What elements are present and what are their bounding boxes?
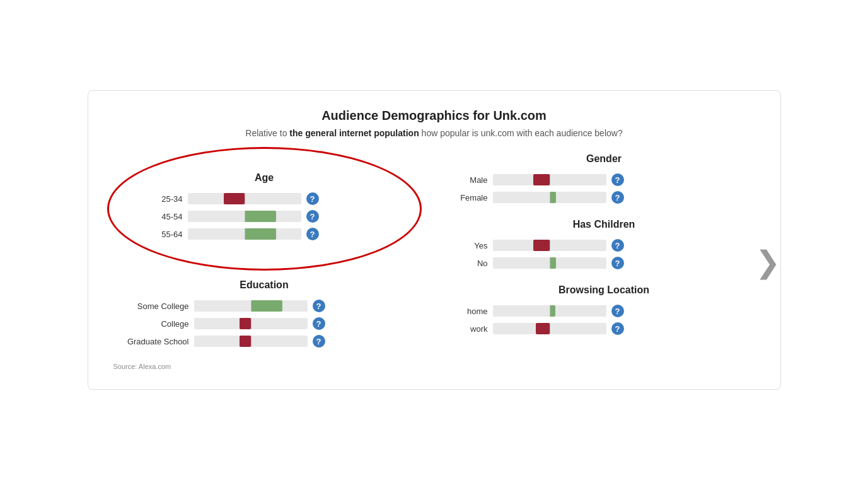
age-title: Age xyxy=(120,172,409,184)
browsing-help-work[interactable]: ? xyxy=(611,322,624,335)
gender-row-male: Male ? xyxy=(453,173,755,186)
subtitle-suffix: how popular is unk.com with each audienc… xyxy=(419,128,623,138)
edu-row-graduate: Graduate School ? xyxy=(113,335,415,348)
gender-bar-female xyxy=(493,192,606,203)
browsing-label-home: home xyxy=(453,307,488,316)
subtitle-bold: the general internet population xyxy=(289,128,419,138)
age-label-45-54: 45-54 xyxy=(120,212,183,221)
age-row-25-34: 25-34 ? xyxy=(120,192,409,205)
browsing-section: Browsing Location home ? work ? xyxy=(453,284,755,335)
age-bar-25-34 xyxy=(188,193,301,204)
edu-row-some-college: Some College ? xyxy=(113,300,415,312)
gender-label-female: Female xyxy=(453,193,488,202)
age-row-55-64: 55-64 ? xyxy=(120,228,409,240)
edu-row-college: College ? xyxy=(113,317,415,330)
children-help-yes[interactable]: ? xyxy=(611,239,624,252)
age-bar-45-54 xyxy=(188,211,301,222)
gender-label-male: Male xyxy=(453,175,488,185)
edu-help-college[interactable]: ? xyxy=(313,317,325,330)
education-title: Education xyxy=(113,279,415,291)
age-bar-55-64 xyxy=(188,228,301,240)
age-help-25-34[interactable]: ? xyxy=(306,192,319,205)
age-help-55-64[interactable]: ? xyxy=(306,228,319,240)
children-row-no: No ? xyxy=(453,257,755,269)
edu-bar-graduate xyxy=(194,336,308,347)
education-section: Education Some College ? College ? xyxy=(113,279,415,348)
gender-title: Gender xyxy=(453,153,755,165)
age-help-45-54[interactable]: ? xyxy=(306,210,319,223)
age-label-25-34: 25-34 xyxy=(120,194,183,204)
edu-help-graduate[interactable]: ? xyxy=(313,335,325,348)
age-section: Age 25-34 ? 45-54 ? xyxy=(113,153,415,264)
page-title: Audience Demographics for Unk.com xyxy=(113,108,755,123)
browsing-label-work: work xyxy=(453,324,488,334)
browsing-bar-home xyxy=(493,305,606,317)
children-bar-yes xyxy=(493,240,606,251)
age-label-55-64: 55-64 xyxy=(120,230,183,239)
edu-label-graduate: Graduate School xyxy=(113,337,189,346)
subtitle: Relative to the general internet populat… xyxy=(113,128,755,138)
source-text: Source: Alexa.com xyxy=(113,363,415,370)
subtitle-prefix: Relative to xyxy=(245,128,289,138)
left-column: Age 25-34 ? 45-54 ? xyxy=(113,153,422,370)
children-label-yes: Yes xyxy=(453,241,488,250)
browsing-row-work: work ? xyxy=(453,322,755,335)
edu-label-some-college: Some College xyxy=(113,301,189,311)
edu-help-some-college[interactable]: ? xyxy=(313,300,325,312)
gender-bar-male xyxy=(493,174,606,185)
main-card: Audience Demographics for Unk.com Relati… xyxy=(88,90,781,390)
gender-section: Gender Male ? Female ? xyxy=(453,153,755,204)
edu-label-college: College xyxy=(113,319,189,329)
browsing-row-home: home ? xyxy=(453,305,755,317)
browsing-bar-work xyxy=(493,323,606,334)
gender-help-female[interactable]: ? xyxy=(611,191,624,204)
children-section: Has Children Yes ? No ? xyxy=(453,219,755,269)
right-column: Gender Male ? Female ? H xyxy=(447,153,755,370)
browsing-help-home[interactable]: ? xyxy=(611,305,624,317)
children-row-yes: Yes ? xyxy=(453,239,755,252)
children-help-no[interactable]: ? xyxy=(611,257,624,269)
browsing-title: Browsing Location xyxy=(453,284,755,296)
age-oval xyxy=(107,147,422,271)
age-row-45-54: 45-54 ? xyxy=(120,210,409,223)
next-chevron[interactable]: ❯ xyxy=(755,244,780,279)
gender-row-female: Female ? xyxy=(453,191,755,204)
gender-help-male[interactable]: ? xyxy=(611,173,624,186)
children-label-no: No xyxy=(453,259,488,268)
children-bar-no xyxy=(493,257,606,269)
edu-bar-some-college xyxy=(194,300,308,312)
edu-bar-college xyxy=(194,318,308,329)
children-title: Has Children xyxy=(453,219,755,230)
